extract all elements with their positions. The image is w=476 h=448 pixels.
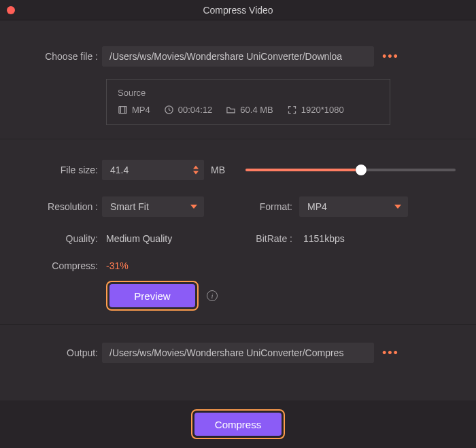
source-title: Source (118, 88, 379, 98)
output-label: Output: (20, 347, 102, 358)
source-format-value: MP4 (132, 105, 150, 115)
stepper-up-icon[interactable] (193, 166, 199, 169)
footer: Compress (0, 400, 476, 448)
choose-file-section: Choose file : /Users/ws/Movies/Wondersha… (0, 20, 476, 139)
settings-section: File size: 41.4 MB Resolution : Smart Fi… (0, 139, 476, 324)
bitrate-label: BitRate : (245, 233, 299, 244)
source-info-box: Source MP4 00:04:12 60.4 MB 1920*1080 (106, 79, 390, 125)
format-select[interactable]: MP4 (299, 196, 408, 217)
bitrate-value: 1151kbps (299, 233, 345, 244)
resolution-value: Smart Fit (110, 201, 149, 212)
quality-bitrate-row: Quality: Medium Quality BitRate : 1151kb… (20, 233, 456, 244)
source-duration-value: 00:04:12 (178, 105, 213, 115)
clock-icon (164, 105, 174, 115)
quality-value: Medium Quality (102, 233, 172, 244)
resolution-label: Resolution : (20, 201, 102, 212)
file-size-slider[interactable] (245, 160, 456, 180)
svg-rect-0 (119, 107, 126, 114)
browse-file-button[interactable]: ••• (374, 50, 399, 63)
chevron-down-icon (190, 205, 197, 209)
preview-button[interactable]: Preview (109, 284, 195, 307)
file-size-unit: MB (211, 165, 225, 175)
quality-label: Quality: (20, 233, 102, 244)
slider-thumb[interactable] (356, 165, 367, 175)
film-icon (118, 105, 128, 115)
output-section: Output: /Users/ws/Movies/Wondershare Uni… (0, 325, 476, 382)
source-size-value: 60.4 MB (240, 105, 273, 115)
output-path: /Users/ws/Movies/Wondershare UniConverte… (109, 347, 343, 358)
choose-file-label: Choose file : (20, 51, 102, 62)
expand-icon (287, 105, 297, 115)
resolution-format-row: Resolution : Smart Fit Format: MP4 (20, 196, 456, 217)
slider-fill (245, 169, 361, 171)
preview-highlight: Preview (106, 281, 199, 311)
source-dimensions-value: 1920*1080 (301, 105, 344, 115)
source-dimensions: 1920*1080 (287, 105, 344, 115)
preview-row: Preview i (106, 281, 456, 311)
chevron-down-icon (394, 205, 401, 209)
compress-value: -31% (102, 260, 129, 271)
format-value: MP4 (307, 201, 327, 212)
compress-highlight: Compress (191, 409, 285, 439)
stepper-down-icon[interactable] (193, 171, 199, 175)
source-size: 60.4 MB (226, 105, 273, 115)
output-row: Output: /Users/ws/Movies/Wondershare Uni… (20, 343, 456, 363)
file-size-row: File size: 41.4 MB (20, 160, 456, 180)
file-size-value: 41.4 (110, 165, 129, 175)
window-title: Compress Video (0, 5, 476, 16)
source-duration: 00:04:12 (164, 105, 213, 115)
source-format: MP4 (118, 105, 150, 115)
output-input[interactable]: /Users/ws/Movies/Wondershare UniConverte… (102, 343, 374, 363)
folder-icon (226, 105, 236, 115)
file-size-stepper[interactable]: 41.4 (102, 160, 204, 180)
choose-file-input[interactable]: /Users/ws/Movies/Wondershare UniConverte… (102, 46, 374, 67)
compress-button[interactable]: Compress (194, 413, 282, 436)
file-size-label: File size: (20, 165, 102, 175)
source-items: MP4 00:04:12 60.4 MB 1920*1080 (118, 105, 379, 115)
browse-output-button[interactable]: ••• (374, 347, 399, 359)
info-icon[interactable]: i (207, 290, 218, 301)
compress-row: Compress: -31% (20, 260, 456, 271)
choose-file-path: /Users/ws/Movies/Wondershare UniConverte… (109, 51, 342, 62)
titlebar: Compress Video (0, 0, 476, 20)
format-label: Format: (245, 201, 299, 212)
choose-file-row: Choose file : /Users/ws/Movies/Wondersha… (20, 46, 456, 67)
compress-label: Compress: (20, 260, 102, 271)
resolution-select[interactable]: Smart Fit (102, 196, 204, 217)
